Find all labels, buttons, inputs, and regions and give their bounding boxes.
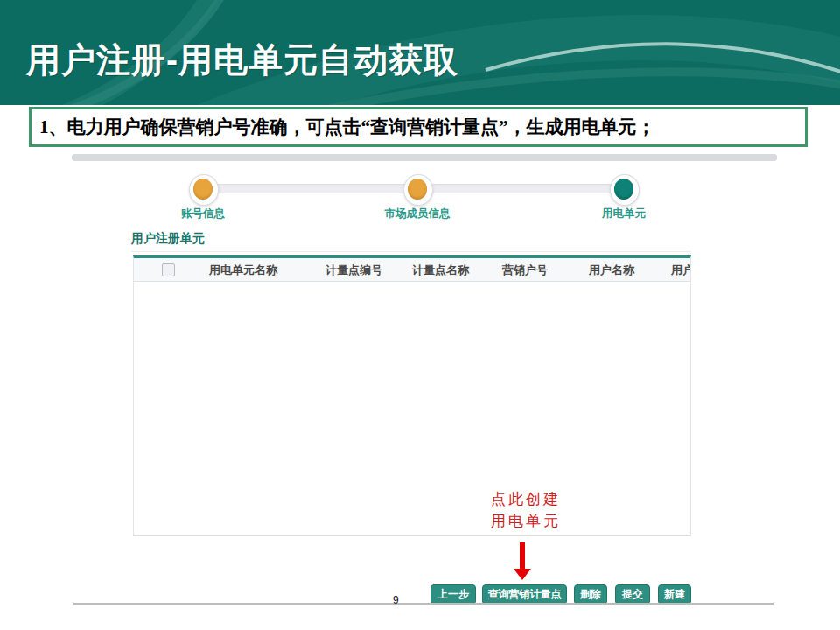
section-title: 用户注册单元 xyxy=(131,231,205,247)
prev-step-button[interactable]: 上一步 xyxy=(430,584,476,605)
slide: 用户注册-用电单元自动获取 1、电力用户确保营销户号准确，可点击“查询营销计量点… xyxy=(0,0,840,630)
step-dot-teal-icon xyxy=(614,178,634,200)
step-circle-account xyxy=(189,174,219,206)
slide-header-banner: 用户注册-用电单元自动获取 xyxy=(0,0,840,105)
query-marketing-meter-button[interactable]: 查询营销计量点 xyxy=(482,584,567,605)
annotation-callout: 点此创建 用电单元 xyxy=(491,488,561,532)
table-empty-body xyxy=(134,282,690,536)
new-button[interactable]: 新建 xyxy=(658,584,691,605)
step-circle-member xyxy=(403,174,433,206)
submit-button[interactable]: 提交 xyxy=(615,584,650,605)
register-unit-table: 用电单元名称 计量点编号 计量点名称 营销户号 用户名称 用户地 xyxy=(133,256,691,536)
arrow-down-icon xyxy=(520,542,525,569)
instruction-box: 1、电力用户确保营销户号准确，可点击“查询营销计量点”，生成用电单元； xyxy=(29,107,808,147)
page-title: 用户注册-用电单元自动获取 xyxy=(26,37,458,84)
column-header-user-addr: 用户地 xyxy=(671,262,691,278)
section-underline xyxy=(131,251,691,252)
step-circle-unit xyxy=(610,174,640,206)
select-all-checkbox[interactable] xyxy=(162,263,175,276)
screenshot-bottom-divider xyxy=(74,603,774,605)
annotation-line2: 用电单元 xyxy=(491,510,561,532)
table-header-row: 用电单元名称 计量点编号 计量点名称 营销户号 用户名称 用户地 xyxy=(134,258,690,282)
instruction-text: 1、电力用户确保营销户号准确，可点击“查询营销计量点”，生成用电单元； xyxy=(32,115,655,139)
arrow-down-head-icon xyxy=(514,569,531,580)
screenshot-top-divider xyxy=(72,154,777,161)
annotation-line1: 点此创建 xyxy=(491,488,561,510)
column-header-marketing-no: 营销户号 xyxy=(502,262,548,278)
step-dot-orange-icon xyxy=(193,178,213,200)
step-label-member: 市场成员信息 xyxy=(385,206,451,221)
slide-page-number: 9 xyxy=(393,594,399,606)
step-label-account: 账号信息 xyxy=(181,206,225,221)
step-dot-orange-icon xyxy=(408,178,427,200)
column-header-unit-name: 用电单元名称 xyxy=(209,262,277,278)
delete-button[interactable]: 删除 xyxy=(574,584,607,605)
column-header-meter-no: 计量点编号 xyxy=(326,262,382,278)
column-header-meter-name: 计量点名称 xyxy=(412,262,469,278)
column-header-user-name: 用户名称 xyxy=(589,262,634,278)
step-label-unit: 用电单元 xyxy=(602,206,646,221)
